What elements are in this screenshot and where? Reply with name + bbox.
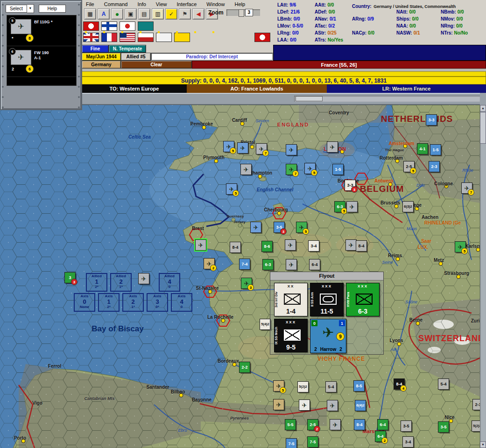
air-unit-counter[interactable]: ✈5 (273, 380, 284, 392)
air-unit-counter[interactable]: ✈ (138, 273, 149, 284)
japan-flag[interactable] (120, 21, 135, 31)
germany-flag[interactable] (83, 21, 99, 31)
air-unit-counter[interactable]: ✈5 (223, 141, 234, 152)
horizontal-scrollbar-thumb[interactable] (296, 96, 323, 101)
air-unit-counter[interactable]: ✈ (299, 399, 310, 411)
axis-2-box[interactable]: Axis21* (122, 293, 144, 312)
unit-counter[interactable]: 8-6 (261, 241, 273, 252)
unit-counter[interactable]: 2-2 (239, 362, 250, 373)
unit-counter[interactable]: 6-42 (375, 431, 386, 442)
hex-icon[interactable]: ▥ (152, 8, 164, 20)
unit-counter[interactable]: 8-4 (230, 242, 241, 253)
unit-counter[interactable]: 3-4 (308, 240, 319, 252)
unit-counter[interactable]: 7-5 (286, 438, 297, 448)
unit-counter[interactable]: 6(4)2 (355, 400, 366, 411)
weather-fine-button[interactable]: Fine (82, 45, 109, 53)
menu-item-help[interactable]: Help (233, 1, 246, 7)
germany-flag[interactable] (254, 33, 270, 42)
finland-flag[interactable] (101, 21, 117, 31)
unit-counter[interactable]: 5(4)2 (260, 319, 271, 330)
unit-counter[interactable]: 3-5 (401, 420, 412, 432)
annotate-icon[interactable]: A (98, 8, 110, 20)
air-unit-counter[interactable]: ✈ (346, 201, 358, 212)
axis-1-box[interactable]: Axis12* (98, 293, 120, 312)
unit-counter[interactable]: 4-1 (417, 143, 428, 154)
air-unit-counter[interactable]: ✈ (286, 144, 297, 155)
grid-icon[interactable]: ▤ (138, 8, 150, 20)
yellow-flag[interactable] (174, 33, 190, 42)
air-unit-counter[interactable]: ✈ (250, 222, 261, 233)
map-icon[interactable]: ▦ (84, 8, 96, 20)
unit-counter[interactable]: 33 (64, 272, 76, 283)
allied-4-box[interactable]: Allied40 (159, 273, 180, 292)
air-unit-counter[interactable]: ✈ (237, 142, 248, 154)
unit-counter[interactable]: 3-33 (345, 180, 356, 191)
unit-counter[interactable]: 1-5 (430, 144, 441, 155)
map[interactable]: Flyout 3rd Inf Div XX 1-4 II SS Arm XXX … (0, 105, 480, 448)
unit-counter[interactable]: 6-4 (377, 419, 388, 430)
window-icon[interactable]: ▣ (125, 8, 137, 20)
menu-item-window[interactable]: Window (205, 1, 225, 7)
flyout-header[interactable]: Flyout (270, 272, 383, 280)
air-unit-counter[interactable]: ✈ (327, 400, 338, 411)
unit-counter-xviii-para[interactable]: XVIII Para XXX 6-3 (346, 283, 380, 316)
air-unit-counter-harrow[interactable]: 0 1 ✈ 9 2 Harrow 2 (310, 319, 346, 353)
unit-list-item[interactable]: 6 ✈ FW 190 A-1 2 6 (7, 46, 76, 77)
menu-item-command[interactable]: Command (103, 1, 129, 7)
terrain-button[interactable]: Clear (121, 61, 192, 69)
usa-flag[interactable] (120, 33, 135, 42)
air-unit-counter[interactable]: ✈ (327, 141, 338, 153)
air-unit-counter[interactable]: ✈ (330, 419, 341, 430)
air-unit-counter[interactable]: ✈7 (256, 143, 267, 154)
axis-0-box[interactable]: Axis0None (74, 293, 95, 312)
scroll-up-button[interactable]: ▲ (480, 105, 486, 112)
flag-icon[interactable]: ⚑ (179, 8, 191, 20)
unit-counter[interactable]: 2-52 (307, 419, 318, 430)
unit-list-item[interactable]: 5 ✈ Bf 110G * * 8 (7, 15, 76, 46)
unit-counter-ii-ss-arm[interactable]: II SS Arm XXX 11-5 (310, 283, 344, 316)
vertical-scrollbar[interactable]: ▲ ▼ (480, 105, 486, 448)
axis-3-box[interactable]: Axis30* (147, 293, 168, 312)
help-button[interactable]: Help (39, 5, 66, 13)
red-white-flag[interactable] (138, 33, 154, 42)
unit-counter[interactable]: 3-5 (438, 421, 449, 433)
unit-counter[interactable]: 2-3 (472, 399, 480, 410)
unit-counter[interactable]: 6-3 (262, 259, 274, 270)
menu-item-interface[interactable]: Interface (176, 1, 198, 7)
unit-counter[interactable]: 7-4 (239, 259, 250, 270)
unit-counter-ix-ss-mech[interactable]: IX SS Mech XXX 9-5 (274, 319, 308, 352)
axis-4-box[interactable]: Axis40 (171, 293, 192, 312)
air-unit-counter[interactable]: ✈ (345, 239, 357, 251)
theater-bar[interactable]: TO: Western Europe (82, 84, 187, 93)
select-button[interactable]: Select (6, 5, 27, 13)
unit-counter[interactable]: 1-5 (332, 164, 344, 175)
unit-counter[interactable]: 7-5 (307, 436, 318, 448)
air-unit-counter[interactable]: ✈7 (286, 164, 297, 175)
france-flag[interactable] (101, 33, 117, 42)
menu-item-file[interactable]: File (85, 1, 95, 7)
allied-2-box[interactable]: Allied21* (110, 273, 132, 292)
unit-counter[interactable]: 5-4 (438, 378, 449, 390)
air-unit-counter[interactable]: ✈ (285, 239, 296, 251)
action-input[interactable]: Paradrop: Def Intercept (151, 53, 273, 61)
air-unit-counter[interactable]: ✈ (240, 164, 252, 175)
air-unit-counter[interactable]: ✈5 (296, 222, 307, 233)
vertical-scrollbar-thumb[interactable] (480, 112, 486, 144)
menu-item-info[interactable]: Info (136, 1, 147, 7)
air-unit-counter[interactable]: ✈5 (304, 163, 316, 174)
zoom-slider[interactable]: 3 (226, 9, 260, 16)
turn-button[interactable]: May/Jun 1944 (82, 53, 121, 61)
unit-counter[interactable]: 3-53 (274, 222, 285, 233)
scroll-down-button[interactable]: ▼ (480, 441, 486, 448)
unit-counter[interactable]: 5(2)3 (472, 420, 480, 432)
unit-counter[interactable]: 6(3)2 (402, 201, 414, 212)
prev-icon[interactable]: ◀ (192, 8, 204, 20)
unit-counter[interactable]: 8-4 (356, 240, 367, 252)
air-unit-counter[interactable]: ✈ (286, 259, 297, 270)
region-bar[interactable]: LR: Western France (327, 84, 486, 93)
zoom-slider-thumb[interactable] (239, 9, 244, 17)
unit-counter[interactable]: 6-4 (309, 259, 320, 270)
air-unit-counter[interactable]: ✈2 (204, 258, 215, 269)
unit-counter[interactable]: 8-4 (354, 419, 365, 430)
unit-counter[interactable]: 5-5 (285, 419, 296, 430)
